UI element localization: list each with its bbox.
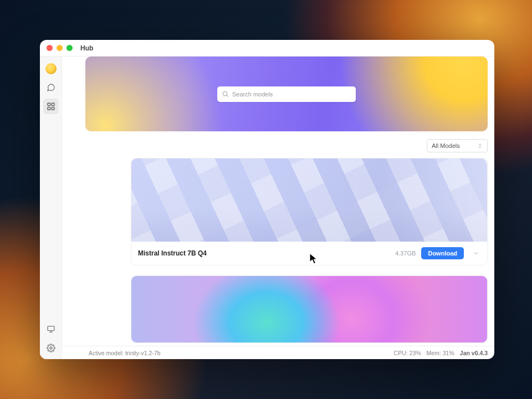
window-controls [47,45,73,51]
status-bar: Active model: trinity-v1.2-7b CPU: 23% M… [62,346,494,359]
sidebar-logo[interactable] [43,61,59,76]
svg-rect-2 [48,107,50,110]
gear-icon [47,344,55,352]
monitor-icon [47,325,55,334]
main-pane: All Models Mistral Instruct 7B Q4 [62,57,494,359]
chat-icon [47,83,55,92]
model-card [131,275,488,343]
model-card-image [131,276,487,342]
model-filter-select[interactable]: All Models [427,139,488,152]
grid-icon [47,102,55,111]
model-card: Mistral Instruct 7B Q4 4.37GB Download [131,158,488,265]
filter-row: All Models [85,139,488,152]
mem-status: Mem: 31% [427,350,454,356]
sidebar-item-chat[interactable] [43,80,59,95]
content-area: All Models Mistral Instruct 7B Q4 [62,57,494,346]
cpu-status: CPU: 23% [394,350,421,356]
chevron-up-down-icon [477,143,483,149]
chevron-down-icon [473,250,479,257]
window-title: Hub [80,44,93,52]
download-button[interactable]: Download [421,247,464,259]
desktop-wallpaper: Hub [0,0,532,399]
sidebar [40,57,62,359]
search-box[interactable] [217,86,356,102]
app-window: Hub [40,40,494,359]
sidebar-item-settings[interactable] [43,340,59,356]
svg-point-5 [50,347,52,349]
model-card-image [131,158,487,242]
svg-rect-1 [52,103,54,106]
close-window-button[interactable] [47,45,53,51]
app-logo-icon [45,63,57,74]
download-options-button[interactable] [469,250,480,257]
svg-point-6 [223,91,227,96]
model-card-meta: Mistral Instruct 7B Q4 4.37GB Download [131,242,487,265]
svg-rect-0 [48,103,50,106]
titlebar: Hub [40,40,494,57]
model-card-size: 4.37GB [395,250,416,257]
maximize-window-button[interactable] [66,45,73,51]
sidebar-item-system[interactable] [43,321,59,337]
active-model-status: Active model: trinity-v1.2-7b [89,350,161,356]
search-input[interactable] [232,91,351,98]
sidebar-item-hub[interactable] [43,99,59,114]
window-body: All Models Mistral Instruct 7B Q4 [40,57,494,359]
hero-banner [85,57,488,131]
app-version: Jan v0.4.3 [460,350,488,356]
search-icon [222,90,229,98]
svg-rect-3 [52,107,54,110]
svg-rect-4 [48,326,54,331]
filter-label: All Models [432,142,460,149]
model-card-title: Mistral Instruct 7B Q4 [138,249,207,257]
minimize-window-button[interactable] [57,45,63,51]
